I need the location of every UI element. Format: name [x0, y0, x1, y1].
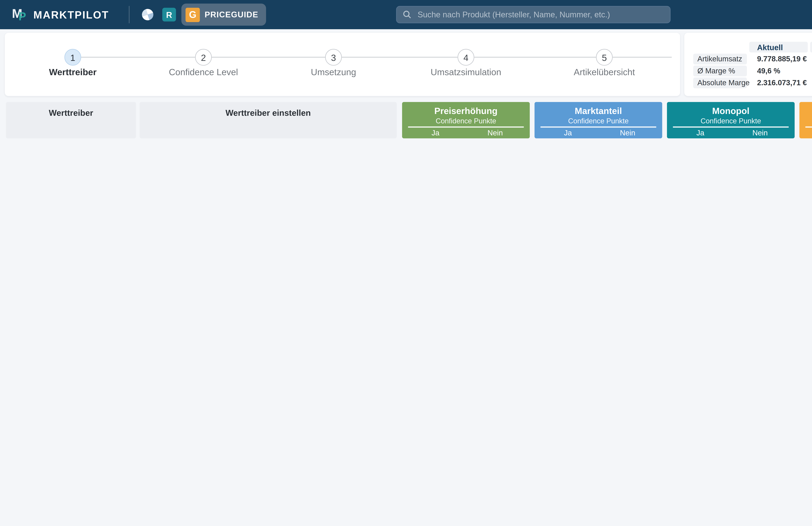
r-app-icon[interactable]: R: [162, 8, 176, 21]
group-nein-label: Nein: [483, 129, 507, 137]
search-icon: [403, 10, 412, 19]
stepper-connector: [212, 57, 325, 58]
group-subtitle: Confidence Punkte: [667, 117, 795, 125]
step-5-label: Artikelübersicht: [574, 67, 635, 77]
group-header-2: MarktanteilConfidence PunkteJaNein: [535, 102, 662, 138]
topbar-divider: [129, 6, 129, 24]
table-header-einstellen: Werttreiber einstellen: [140, 102, 397, 138]
step-3-label: Umsetzung: [311, 67, 356, 77]
marktpilot-logo: M P MARKTPILOT: [12, 6, 109, 24]
summary-row-label: Artikelumsatz: [693, 54, 747, 64]
step-1-circle[interactable]: 1: [64, 49, 81, 65]
step-3-circle[interactable]: 3: [325, 49, 342, 65]
group-ja-label: Ja: [688, 129, 712, 137]
group-divider: [673, 127, 789, 128]
table-header-werttreiber: Werttreiber: [6, 102, 136, 138]
search-input[interactable]: [416, 10, 664, 20]
topbar: M P MARKTPILOT R G PRICEGUIDE: [0, 0, 812, 29]
group-title: Marktanteil: [535, 105, 662, 116]
priceguide-label: PRICEGUIDE: [205, 10, 258, 19]
group-header-1: PreiserhöhungConfidence PunkteJaNein: [402, 102, 530, 138]
group-ja-label: Ja: [423, 129, 447, 137]
step-2-circle[interactable]: 2: [195, 49, 212, 65]
product-search: [396, 6, 670, 24]
mp-logo-icon: M P: [12, 6, 30, 23]
group-subtitle: Confidence Punkte: [535, 117, 662, 125]
pie-chart-icon[interactable]: [141, 8, 155, 21]
summary-col-header: Aktuell: [749, 42, 808, 53]
table-header-row: Werttreiber Werttreiber einstellen Preis…: [0, 102, 812, 138]
group-header-3: MonopolConfidence PunkteJaNein: [667, 102, 795, 138]
stepper-connector: [81, 57, 195, 58]
group-subtitle: Confidence Punkte: [799, 117, 812, 125]
stepper-connector: [613, 57, 672, 58]
app-viewport: M P MARKTPILOT R G PRICEGUIDE: [0, 0, 812, 143]
step-2-label: Confidence Level: [169, 67, 238, 77]
group-title: Preiserhöhung: [402, 105, 530, 116]
group-divider: [805, 127, 812, 128]
group-header-4: MarktgerechtConfidence PunkteJaNein: [799, 102, 812, 138]
step-1-label: Werttreiber: [49, 67, 97, 77]
group-divider: [540, 127, 656, 128]
stepper: 1Werttreiber2Confidence Level3Umsetzung4…: [5, 33, 680, 96]
summary-value-aktuell: 2.316.073,71 €: [757, 77, 807, 88]
group-subtitle: Confidence Punkte: [402, 117, 530, 125]
group-ja-label: Ja: [556, 129, 580, 137]
step-4-label: Umsatzsimulation: [431, 67, 501, 77]
priceguide-app-button[interactable]: G PRICEGUIDE: [182, 3, 266, 26]
summary-value-aktuell: 49,6 %: [757, 65, 780, 76]
summary-col-header: Neu: [810, 42, 812, 53]
summary-row-label: Absolute Marge: [693, 77, 747, 88]
summary-row-label: Ø Marge %: [693, 65, 747, 76]
group-nein-label: Nein: [748, 129, 772, 137]
stepper-connector: [342, 57, 458, 58]
g-app-icon: G: [186, 8, 200, 22]
step-4-circle[interactable]: 4: [458, 49, 474, 65]
logo-text: MARKTPILOT: [33, 9, 109, 21]
group-title: Monopol: [667, 105, 795, 116]
group-nein-label: Nein: [616, 129, 639, 137]
group-title: Marktgerecht: [799, 105, 812, 116]
summary-value-aktuell: 9.778.885,19 €: [757, 54, 807, 64]
group-divider: [408, 127, 524, 128]
step-5-circle[interactable]: 5: [596, 49, 613, 65]
stepper-connector: [474, 57, 596, 58]
summary-table: AktuellNeuArtikelumsatz9.778.885,19 €10.…: [684, 33, 812, 96]
